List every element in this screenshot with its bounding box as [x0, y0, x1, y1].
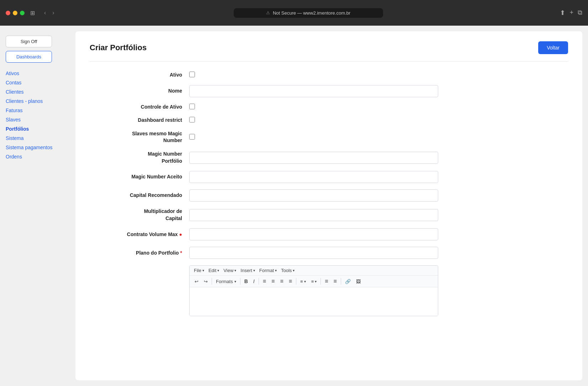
form-row-capital-recomendado: Capital Recomendado: [90, 189, 568, 202]
browser-controls: ‹ ›: [42, 9, 57, 17]
control-slaves-magic: [189, 134, 438, 141]
control-magic-number-portfolio: [189, 152, 438, 164]
control-controle-ativo: [189, 104, 438, 110]
traffic-light-red[interactable]: [6, 11, 10, 15]
sidebar-item-contas[interactable]: Contas: [6, 78, 70, 87]
form-row-multiplicador-capital: Multiplicador deCapital: [90, 208, 568, 222]
input-capital-recomendado[interactable]: [189, 189, 438, 202]
input-slaves-magic[interactable]: [189, 134, 195, 140]
create-portfolio-form: Ativo Nome Controle de Ativo: [90, 72, 568, 316]
sidebar-item-portfolios[interactable]: Portfólios: [6, 125, 70, 133]
redo-button[interactable]: ↪: [202, 278, 210, 285]
page-header: Criar Portfólios Voltar: [90, 41, 568, 62]
label-plano-portfolio: Plano do Portfolio *: [90, 250, 189, 257]
sidebar: Sign Off Dashboards Ativos Contas Client…: [6, 31, 70, 380]
main-container: Sign Off Dashboards Ativos Contas Client…: [0, 26, 588, 386]
label-controle-ativo: Controle de Ativo: [90, 104, 189, 111]
sidebar-item-sistema[interactable]: Sistema: [6, 134, 70, 142]
outdent-button[interactable]: ≡: [323, 277, 330, 286]
input-nome[interactable]: [189, 85, 438, 97]
sign-off-button[interactable]: Sign Off: [6, 36, 52, 47]
control-capital-recomendado: [189, 189, 438, 202]
toolbar-sep-4: [296, 278, 296, 285]
control-plano-portfolio: [189, 247, 438, 259]
sidebar-item-ordens[interactable]: Ordens: [6, 152, 70, 161]
ul-icon: ≡: [300, 279, 303, 284]
editor-menu-edit[interactable]: Edit ▾: [207, 267, 221, 274]
formats-dropdown-button[interactable]: Formats ▾: [214, 278, 238, 285]
editor-menu-tools[interactable]: Tools ▾: [280, 267, 296, 274]
label-magic-number-portfolio: Magic NumberPortfólio: [90, 151, 189, 165]
traffic-light-yellow[interactable]: [13, 11, 17, 15]
editor-menu-format[interactable]: Format ▾: [258, 267, 278, 274]
format-menu-arrow: ▾: [275, 268, 277, 272]
label-magic-number-aceito: Magic Number Aceito: [90, 173, 189, 181]
sidebar-item-clientes-planos[interactable]: Clientes - planos: [6, 97, 70, 105]
italic-button[interactable]: I: [251, 277, 257, 285]
sidebar-item-sistema-pagamentos[interactable]: Sistema pagamentos: [6, 143, 70, 152]
form-row-ativo: Ativo: [90, 72, 568, 79]
url-box[interactable]: ⚠ Not Secure — www2.imentore.com.br: [234, 8, 383, 18]
lock-icon: ⚠: [266, 10, 270, 15]
forward-button[interactable]: ›: [50, 9, 56, 17]
formats-arrow: ▾: [234, 280, 236, 283]
control-contrato-volume-max: [189, 228, 438, 240]
control-dashboard-restrict: [189, 117, 438, 124]
voltar-button[interactable]: Voltar: [538, 41, 568, 54]
input-contrato-volume-max[interactable]: [189, 228, 438, 240]
address-bar: ⚠ Not Secure — www2.imentore.com.br: [61, 8, 556, 18]
input-magic-number-portfolio[interactable]: [189, 152, 438, 164]
share-icon[interactable]: ⬆: [560, 9, 565, 17]
editor-menubar: File ▾ Edit ▾ View ▾: [190, 266, 438, 276]
browser-chrome: ⊞ ‹ › ⚠ Not Secure — www2.imentore.com.b…: [0, 0, 588, 26]
input-multiplicador-capital[interactable]: [189, 209, 438, 221]
align-left-button[interactable]: ≡: [261, 277, 268, 286]
sidebar-item-slaves[interactable]: Slaves: [6, 115, 70, 124]
input-dashboard-restrict[interactable]: [189, 117, 195, 122]
editor-body[interactable]: [190, 287, 438, 316]
toolbar-sep-3: [259, 278, 259, 285]
form-row-dashboard-restrict: Dashboard restrict: [90, 117, 568, 124]
url-text: Not Secure — www2.imentore.com.br: [273, 10, 350, 16]
link-button[interactable]: 🔗: [343, 278, 353, 285]
content-area: Criar Portfólios Voltar Ativo Nome Co: [75, 31, 582, 380]
label-capital-recomendado: Capital Recomendado: [90, 192, 189, 199]
tabs-icon[interactable]: ⧉: [578, 9, 582, 17]
traffic-lights: [6, 11, 25, 15]
label-multiplicador-capital: Multiplicador deCapital: [90, 208, 189, 222]
form-row-contrato-volume-max: Contrato Volume Max ●: [90, 228, 568, 240]
input-magic-number-aceito[interactable]: [189, 171, 438, 183]
align-center-button[interactable]: ≡: [269, 277, 277, 286]
back-button[interactable]: ‹: [42, 9, 48, 17]
bold-button[interactable]: B: [242, 277, 250, 285]
sidebar-item-ativos[interactable]: Ativos: [6, 69, 70, 78]
editor-menu-view[interactable]: View ▾: [222, 267, 238, 274]
editor-menu-insert[interactable]: Insert ▾: [239, 267, 256, 274]
label-dashboard-restrict: Dashboard restrict: [90, 117, 189, 124]
indent-button[interactable]: ≡: [332, 277, 339, 286]
editor-toolbar: ↩ ↪ Formats ▾ B I ≡ ≡: [190, 276, 438, 287]
toolbar-sep-1: [212, 278, 212, 285]
form-row-controle-ativo: Controle de Ativo: [90, 104, 568, 111]
new-tab-icon[interactable]: +: [570, 9, 573, 17]
dashboards-button[interactable]: Dashboards: [6, 51, 52, 63]
sidebar-item-clientes[interactable]: Clientes: [6, 88, 70, 96]
form-row-magic-number-portfolio: Magic NumberPortfólio: [90, 151, 568, 165]
tools-menu-arrow: ▾: [293, 268, 295, 272]
ul-arrow: ▾: [304, 280, 306, 283]
undo-button[interactable]: ↩: [192, 278, 201, 285]
sidebar-item-faturas[interactable]: Faturas: [6, 106, 70, 115]
rich-text-editor: File ▾ Edit ▾ View ▾: [189, 265, 438, 316]
sidebar-toggle-icon[interactable]: ⊞: [30, 10, 35, 16]
image-button[interactable]: 🖼: [354, 278, 363, 285]
align-right-button[interactable]: ≡: [278, 277, 285, 286]
unordered-list-button[interactable]: ≡ ▾: [298, 278, 308, 285]
editor-menu-file[interactable]: File ▾: [192, 267, 206, 274]
align-justify-button[interactable]: ≡: [287, 277, 294, 286]
ordered-list-button[interactable]: ≡ ▾: [309, 278, 319, 285]
input-ativo[interactable]: [189, 72, 195, 77]
input-plano-portfolio[interactable]: [189, 247, 438, 259]
traffic-light-green[interactable]: [20, 11, 25, 15]
label-nome: Nome: [90, 88, 189, 95]
input-controle-ativo[interactable]: [189, 104, 195, 109]
